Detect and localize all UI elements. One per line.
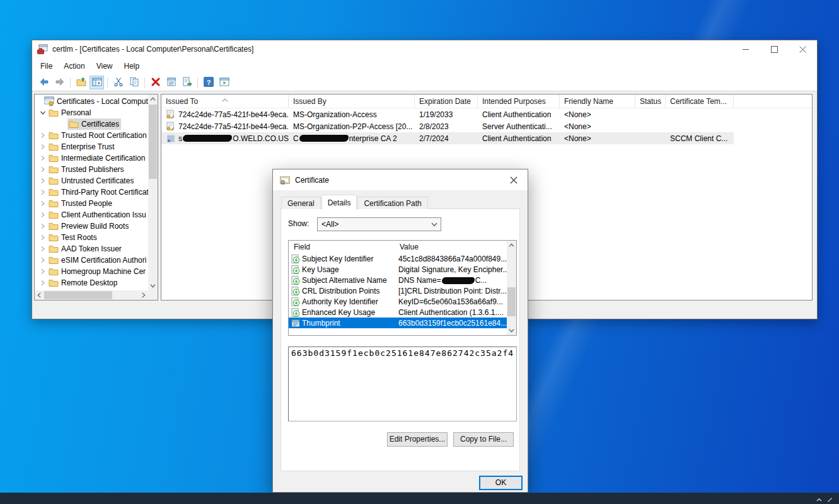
tree-item-remote-desktop[interactable]: Remote Desktop [35,277,148,289]
field-column-header[interactable]: Field [289,241,395,253]
column-header-issued-by[interactable]: Issued By [289,94,415,108]
tree-item-certificates[interactable]: Certificates [35,118,148,130]
field-row-subject-key-identifier[interactable]: Subject Key Identifier45c1c8d8843866a74a… [289,253,507,264]
tree-item-third-party-root-certificat[interactable]: Third-Party Root Certificat [35,186,148,198]
chevron-right-icon[interactable] [38,244,47,253]
column-header-status[interactable]: Status [635,94,666,108]
ok-button[interactable]: OK [479,476,523,490]
up-folder-toolbar-button[interactable] [74,76,88,89]
copy-toolbar-button[interactable] [127,76,141,89]
menu-help[interactable]: Help [119,59,146,73]
tree-item-personal[interactable]: Personal [35,107,148,118]
chevron-right-icon[interactable] [38,233,47,242]
scroll-left-icon[interactable] [35,290,44,300]
cut-toolbar-button[interactable] [111,76,125,89]
scroll-down-icon[interactable] [148,281,158,290]
chevron-right-icon[interactable] [38,142,47,151]
chevron-right-icon[interactable] [38,131,47,140]
field-row-enhanced-key-usage[interactable]: Enhanced Key UsageClient Authentication … [289,307,507,318]
hidden-icons-chevron-icon[interactable] [816,496,822,501]
field-row-crl-distribution-points[interactable]: CRL Distribution Points[1]CRL Distributi… [289,285,507,296]
tree-item-intermediate-certification[interactable]: Intermediate Certification [35,152,148,164]
tree-item-trusted-root-certification[interactable]: Trusted Root Certification [35,130,148,141]
show-action-pane-toolbar-button[interactable] [217,76,231,89]
tree-item-trusted-people[interactable]: Trusted People [35,198,148,209]
tree-item-untrusted-certificates[interactable]: Untrusted Certificates [35,175,148,186]
chevron-right-icon[interactable] [38,176,47,185]
chevron-right-icon[interactable] [38,278,47,287]
tree-item-preview-build-roots[interactable]: Preview Build Roots [35,220,148,232]
scroll-thumb[interactable] [44,291,112,299]
certificate-row[interactable]: sO.WELD.CO.USCnterprise CA 22/7/2024Clie… [161,132,812,144]
folder-icon [49,187,59,197]
column-header-friendly-name[interactable]: Friendly Name [560,94,635,108]
copy-to-file-button[interactable]: Copy to File... [453,432,514,447]
show-dropdown[interactable]: <All> [317,217,441,231]
taskbar[interactable] [0,493,839,504]
tree-horizontal-scrollbar[interactable] [35,290,148,300]
chevron-right-icon[interactable] [38,199,47,208]
back-toolbar-button[interactable] [37,76,51,89]
tree-item-client-authentication-issu[interactable]: Client Authentication Issu [35,209,148,220]
show-console-tree-toolbar-button[interactable] [90,76,104,89]
forward-icon [55,77,65,89]
value-column-header[interactable]: Value [395,241,516,253]
delete-toolbar-button[interactable] [148,76,163,89]
scroll-down-icon[interactable] [507,326,516,335]
tree-item-trusted-publishers[interactable]: Trusted Publishers [35,164,148,175]
scroll-up-icon[interactable] [507,241,516,250]
column-header-expiration-date[interactable]: Expiration Date [415,94,478,108]
chevron-right-icon[interactable] [38,267,47,276]
chevron-down-icon[interactable] [38,108,47,117]
menu-action[interactable]: Action [58,59,90,73]
field-list-scrollbar[interactable] [507,241,516,335]
tab-general[interactable]: General [281,197,321,209]
tree-item-enterprise-trust[interactable]: Enterprise Trust [35,141,148,152]
help-toolbar-button[interactable]: ? [201,76,216,89]
tab-details[interactable]: Details [321,195,357,210]
scroll-thumb[interactable] [149,105,157,179]
thumbprint-value-box[interactable]: 663b0d3159f1ecb0c25161e847e862742c35a2f4 [288,346,517,421]
column-header-issued-to[interactable]: Issued To [161,94,289,108]
ext-field-icon [291,297,300,306]
column-header-certificate-tem-[interactable]: Certificate Tem... [666,94,734,108]
chevron-right-icon[interactable] [38,188,47,197]
tree-item-certificates-local-computer[interactable]: Certificates - Local Computer [35,96,148,107]
chevron-right-icon[interactable] [38,165,47,174]
export-list-toolbar-button[interactable] [180,76,194,89]
field-row-key-usage[interactable]: Key UsageDigital Signature, Key Encipher… [289,264,507,275]
tree-vertical-scrollbar[interactable] [148,94,158,290]
column-header-intended-purposes[interactable]: Intended Purposes [478,94,560,108]
scroll-thumb[interactable] [507,287,516,316]
tree-item-aad-token-issuer[interactable]: AAD Token Issuer [35,243,148,255]
scroll-right-icon[interactable] [139,290,148,300]
scroll-up-icon[interactable] [148,94,158,104]
tab-certification-path[interactable]: Certification Path [357,197,427,209]
forward-toolbar-button[interactable] [52,76,67,89]
field-row-thumbprint[interactable]: Thumbprint663b0d3159f1ecb0c25161e84... [289,318,507,328]
title-bar[interactable]: certlm - [Certificates - Local Computer\… [32,40,817,58]
chevron-right-icon[interactable] [38,256,47,265]
dialog-title-bar[interactable]: Certificate [273,169,528,190]
chevron-right-icon[interactable] [38,222,47,231]
certificate-row[interactable]: 724c24de-77a5-421f-be44-9eca...MS-Organi… [161,108,812,120]
maximize-button[interactable] [760,40,789,58]
folder-icon [49,244,59,254]
close-button[interactable] [789,40,817,58]
dialog-close-icon[interactable] [499,169,528,190]
menu-view[interactable]: View [91,59,119,73]
certificate-row[interactable]: 724c24de-77a5-421f-be44-9eca...MS-Organi… [161,120,812,132]
minimize-button[interactable] [732,40,760,58]
properties-toolbar-button[interactable] [164,76,178,89]
tree-item-homegroup-machine-cer[interactable]: Homegroup Machine Cer [35,266,148,277]
chevron-right-icon[interactable] [38,210,47,219]
menu-file[interactable]: File [35,59,58,73]
edit-properties-button[interactable]: Edit Properties... [387,432,448,447]
tree-item-test-roots[interactable]: Test Roots [35,232,148,243]
tree-item-esim-certification-authori[interactable]: eSIM Certification Authori [35,255,148,266]
pen-icon[interactable] [827,496,833,501]
chevron-right-icon[interactable] [38,154,47,163]
field-row-authority-key-identifier[interactable]: Authority Key IdentifierKeyID=6c5e060a15… [289,296,507,307]
field-row-subject-alternative-name[interactable]: Subject Alternative NameDNS Name=C... [289,275,507,285]
tree-item-label: Intermediate Certification [61,154,145,163]
